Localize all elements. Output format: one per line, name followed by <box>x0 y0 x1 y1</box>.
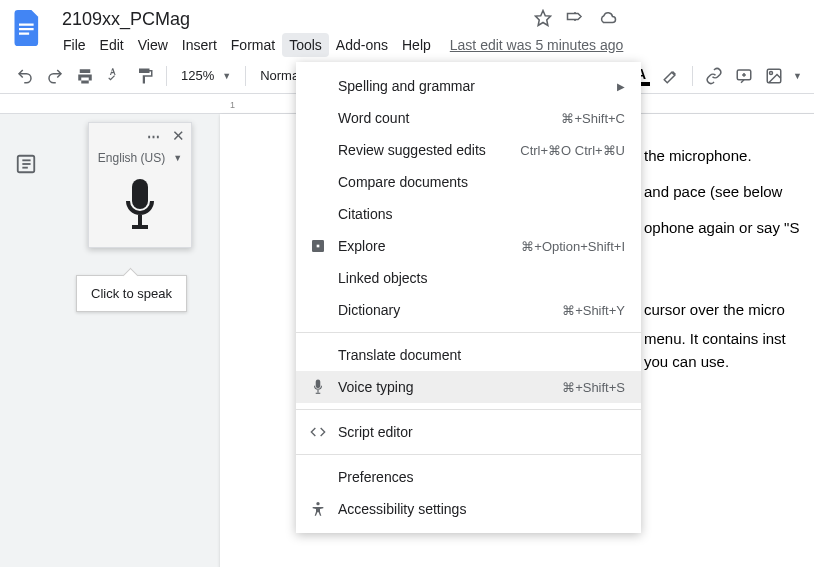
more-toolbar-icon[interactable]: ▼ <box>793 71 802 81</box>
explore-icon <box>308 236 328 256</box>
menu-item-label: Dictionary <box>338 302 552 318</box>
menu-help[interactable]: Help <box>395 33 438 57</box>
paint-format-button[interactable] <box>132 63 158 89</box>
menu-view[interactable]: View <box>131 33 175 57</box>
menu-item-citations[interactable]: Citations <box>296 198 641 230</box>
document-line: the microphone. <box>644 138 814 174</box>
undo-button[interactable] <box>12 63 38 89</box>
blank-icon <box>308 140 328 160</box>
svg-point-6 <box>770 71 773 74</box>
svg-rect-1 <box>19 28 34 30</box>
voice-language-selector[interactable]: English (US)▼ <box>89 149 191 171</box>
menu-add-ons[interactable]: Add-ons <box>329 33 395 57</box>
svg-rect-15 <box>317 390 318 393</box>
mic-icon <box>308 377 328 397</box>
blank-icon <box>308 76 328 96</box>
menu-item-label: Voice typing <box>338 379 552 395</box>
menu-item-label: Compare documents <box>338 174 625 190</box>
svg-rect-11 <box>138 215 142 225</box>
more-icon[interactable]: ⋯ <box>147 129 162 144</box>
menu-item-label: Spelling and grammar <box>338 78 607 94</box>
zoom-selector[interactable]: 125%▼ <box>175 68 237 83</box>
menu-insert[interactable]: Insert <box>175 33 224 57</box>
menu-item-spelling-and-grammar[interactable]: Spelling and grammar▶ <box>296 70 641 102</box>
menu-tools[interactable]: Tools <box>282 33 329 57</box>
highlight-button[interactable] <box>658 63 684 89</box>
svg-marker-3 <box>536 10 551 25</box>
insert-link-button[interactable] <box>701 63 727 89</box>
menu-divider <box>296 454 641 455</box>
menu-item-word-count[interactable]: Word count⌘+Shift+C <box>296 102 641 134</box>
redo-button[interactable] <box>42 63 68 89</box>
menu-item-voice-typing[interactable]: Voice typing⌘+Shift+S <box>296 371 641 403</box>
menu-file[interactable]: File <box>56 33 93 57</box>
menu-shortcut: ⌘+Shift+S <box>562 380 625 395</box>
last-edit-link[interactable]: Last edit was 5 minutes ago <box>450 37 624 53</box>
menu-item-label: Translate document <box>338 347 625 363</box>
menu-item-review-suggested-edits[interactable]: Review suggested editsCtrl+⌘O Ctrl+⌘U <box>296 134 641 166</box>
outline-toggle-button[interactable] <box>12 150 40 178</box>
accessibility-icon <box>308 499 328 519</box>
menu-divider <box>296 409 641 410</box>
menu-item-preferences[interactable]: Preferences <box>296 461 641 493</box>
document-line: cursor over the micro <box>644 292 814 328</box>
submenu-arrow-icon: ▶ <box>617 81 625 92</box>
menu-item-label: Word count <box>338 110 551 126</box>
menu-item-linked-objects[interactable]: Linked objects <box>296 262 641 294</box>
script-icon <box>308 422 328 442</box>
blank-icon <box>308 467 328 487</box>
star-icon[interactable] <box>534 9 552 30</box>
spellcheck-button[interactable] <box>102 63 128 89</box>
menu-shortcut: Ctrl+⌘O Ctrl+⌘U <box>520 143 625 158</box>
menu-item-accessibility-settings[interactable]: Accessibility settings <box>296 493 641 525</box>
blank-icon <box>308 300 328 320</box>
menu-item-label: Script editor <box>338 424 625 440</box>
move-icon[interactable] <box>566 9 584 30</box>
svg-rect-12 <box>132 225 148 229</box>
blank-icon <box>308 204 328 224</box>
print-button[interactable] <box>72 63 98 89</box>
menu-item-translate-document[interactable]: Translate document <box>296 339 641 371</box>
voice-tooltip: Click to speak <box>76 275 187 312</box>
menu-item-label: Review suggested edits <box>338 142 510 158</box>
blank-icon <box>308 108 328 128</box>
menu-edit[interactable]: Edit <box>93 33 131 57</box>
document-line: you can use. <box>644 351 814 374</box>
menu-item-compare-documents[interactable]: Compare documents <box>296 166 641 198</box>
menu-item-script-editor[interactable]: Script editor <box>296 416 641 448</box>
menu-item-label: Citations <box>338 206 625 222</box>
menu-item-dictionary[interactable]: Dictionary⌘+Shift+Y <box>296 294 641 326</box>
menu-format[interactable]: Format <box>224 33 282 57</box>
svg-rect-16 <box>316 393 321 394</box>
voice-typing-widget[interactable]: ⋯ ✕ English (US)▼ <box>88 122 192 248</box>
menu-shortcut: ⌘+Shift+C <box>561 111 625 126</box>
menu-item-label: Linked objects <box>338 270 625 286</box>
tools-dropdown: Spelling and grammar▶Word count⌘+Shift+C… <box>296 62 641 533</box>
docs-logo[interactable] <box>8 8 48 48</box>
insert-image-button[interactable] <box>761 63 787 89</box>
menu-item-explore[interactable]: Explore⌘+Option+Shift+I <box>296 230 641 262</box>
close-icon[interactable]: ✕ <box>172 127 185 145</box>
blank-icon <box>308 345 328 365</box>
document-line: and pace (see below <box>644 174 814 210</box>
svg-rect-0 <box>19 24 34 26</box>
svg-point-17 <box>316 502 319 505</box>
menu-shortcut: ⌘+Shift+Y <box>562 303 625 318</box>
menu-item-label: Accessibility settings <box>338 501 625 517</box>
insert-comment-button[interactable] <box>731 63 757 89</box>
microphone-button[interactable] <box>89 171 191 247</box>
menu-divider <box>296 332 641 333</box>
svg-rect-14 <box>317 245 320 248</box>
blank-icon <box>308 268 328 288</box>
document-line: ophone again or say "S <box>644 210 814 246</box>
menu-item-label: Preferences <box>338 469 625 485</box>
document-line: menu. It contains inst <box>644 328 814 351</box>
cloud-icon[interactable] <box>598 9 618 30</box>
svg-rect-2 <box>19 33 29 35</box>
document-title[interactable]: 2109xx_PCMag <box>56 7 196 32</box>
blank-icon <box>308 172 328 192</box>
menu-item-label: Explore <box>338 238 511 254</box>
menu-shortcut: ⌘+Option+Shift+I <box>521 239 625 254</box>
